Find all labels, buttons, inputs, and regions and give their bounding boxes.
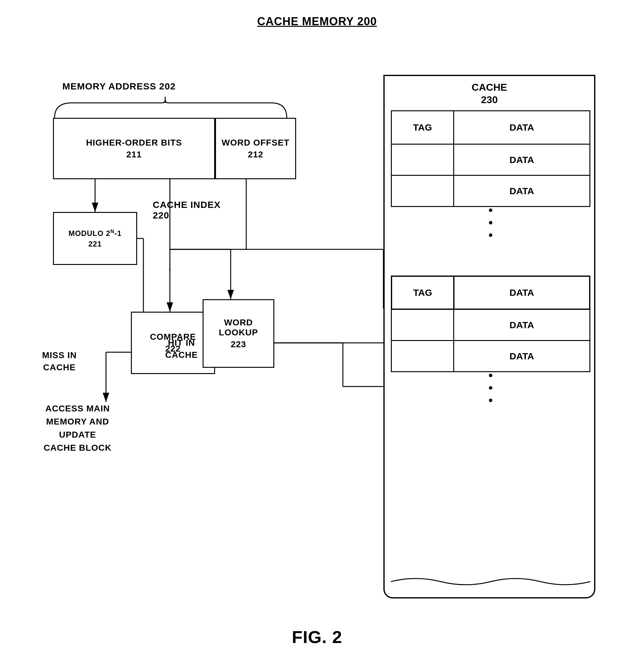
cache-num-label: 230 [481, 94, 497, 106]
higher-order-bits-num: 211 [126, 150, 142, 160]
word-lookup-label: WORDLOOKUP [219, 318, 258, 338]
word-offset-num: 212 [248, 150, 263, 160]
modulo-num: 221 [88, 240, 102, 248]
cache-dots-2: ••• [488, 369, 493, 406]
cache-tag-row5 [392, 310, 454, 340]
diagram: CACHE MEMORY 200 [0, 0, 634, 672]
word-lookup-num: 223 [231, 339, 246, 350]
cache-tag-row6 [392, 341, 454, 371]
hit-in-cache-label: HIT INCACHE [165, 337, 198, 361]
fig-label: FIG. 2 [292, 627, 342, 647]
word-offset-box: WORD OFFSET 212 [215, 118, 296, 179]
cache-tag-row2 [392, 145, 454, 175]
higher-order-bits-box: HIGHER-ORDER BITS 211 [53, 118, 215, 179]
cache-tag-selected: TAG [392, 277, 455, 309]
cache-index-label: CACHE INDEX220 [153, 199, 221, 221]
cache-data-row3: DATA [454, 176, 589, 206]
cache-data-selected: DATA [455, 277, 589, 309]
cache-data-row2: DATA [454, 145, 589, 175]
miss-in-cache-label: MISS INCACHE [42, 349, 77, 374]
cache-title-label: CACHE [471, 82, 507, 93]
word-lookup-box: WORDLOOKUP 223 [203, 299, 274, 368]
cache-tag-row1: TAG [392, 111, 454, 144]
higher-order-bits-label: HIGHER-ORDER BITS [86, 138, 182, 148]
cache-outer-box: CACHE 230 TAG DATA DATA DATA ••• TAG DAT… [383, 75, 595, 598]
modulo-box: MODULO 2N-1 221 [53, 212, 137, 265]
cache-data-row1: DATA [454, 111, 589, 144]
cache-bottom-wave [391, 572, 590, 591]
modulo-label: MODULO 2N-1 [69, 229, 122, 238]
word-offset-label: WORD OFFSET [222, 138, 290, 148]
page-title: CACHE MEMORY 200 [257, 15, 377, 28]
cache-data-row5: DATA [454, 310, 589, 340]
cache-tag-row3 [392, 176, 454, 206]
access-main-memory-label: ACCESS MAINMEMORY ANDUPDATECACHE BLOCK [44, 402, 112, 454]
cache-data-row6: DATA [454, 341, 589, 371]
memory-address-label: MEMORY ADDRESS 202 [62, 81, 176, 92]
cache-dots-1: ••• [488, 204, 493, 241]
